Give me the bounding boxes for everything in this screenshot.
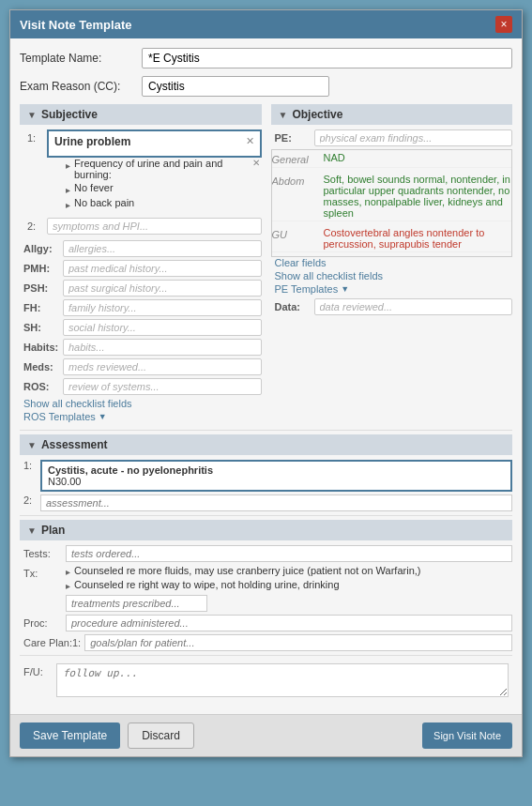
plan-proc-input[interactable]	[66, 615, 512, 631]
plan-proc-label: Proc:	[23, 615, 66, 629]
pe-row-abdom: Abdom Soft, bowel sounds normal, nontend…	[272, 172, 512, 221]
plan-bullet-1: ▸	[66, 565, 70, 577]
plan-section: ▼ Plan Tests: Tx: ▸ Counseled re more fl…	[20, 520, 512, 651]
assess-input-2[interactable]	[40, 494, 512, 511]
discard-button[interactable]: Discard	[128, 722, 194, 749]
close-button[interactable]: ×	[495, 16, 512, 33]
checklist-text-3: No back pain	[74, 197, 134, 208]
hpi-box-1[interactable]: Urine problem ✕	[47, 129, 262, 158]
field-input-pmh[interactable]	[63, 260, 262, 277]
field-input-sh[interactable]	[63, 319, 262, 336]
assessment-header[interactable]: ▼ Assessment	[20, 434, 512, 455]
plan-tests-row: Tests:	[20, 545, 512, 562]
pe-templates-label: PE Templates	[275, 283, 339, 295]
hpi-item-1: 1: Urine problem ✕ ▸ Frequency of urine …	[20, 129, 262, 212]
field-row-ros: ROS:	[20, 378, 262, 395]
ros-templates-chevron: ▼	[99, 412, 107, 421]
plan-tx-text-2: Counseled re right way to wipe, not hold…	[74, 579, 512, 590]
exam-reason-row: Exam Reason (CC):	[20, 76, 512, 97]
data-input[interactable]	[314, 298, 513, 315]
hpi-close-button[interactable]: ✕	[246, 135, 254, 147]
pe-input[interactable]	[314, 129, 513, 146]
pe-value-gu: Costovertebral angles nontender to percu…	[324, 227, 512, 250]
checklist-close-1[interactable]: ✕	[251, 158, 262, 168]
hpi-num-2: 2:	[27, 218, 42, 232]
template-name-input[interactable]	[142, 48, 512, 68]
field-input-fh[interactable]	[63, 299, 262, 316]
field-row-fh: FH:	[20, 299, 262, 316]
pe-scroll[interactable]: General NAD Abdom Soft, bowel sounds nor…	[271, 149, 513, 257]
bullet-icon-2: ▸	[66, 182, 70, 195]
plan-careplan-num: 1:	[72, 637, 81, 648]
plan-tx-label: Tx:	[23, 565, 66, 579]
assess-box-1[interactable]: Cystitis, acute - no pyelonephritis N30.…	[40, 460, 512, 492]
plan-arrow: ▼	[27, 525, 37, 536]
hpi-input-2[interactable]	[47, 218, 262, 235]
followup-row: F/U:	[20, 663, 512, 697]
pe-value-abdom: Soft, bowel sounds normal, nontender, in…	[324, 174, 512, 219]
plan-careplan-input[interactable]	[84, 634, 512, 651]
data-label: Data:	[275, 301, 314, 312]
pe-templates-dropdown[interactable]: PE Templates ▼	[271, 283, 513, 295]
modal-body: Template Name: Exam Reason (CC): ▼ Subje…	[10, 38, 522, 714]
pe-label-general: General	[272, 152, 324, 165]
followup-input[interactable]	[56, 663, 509, 697]
plan-careplan-num-row: 1:	[72, 634, 512, 651]
field-label-allgy: Allgy:	[23, 243, 63, 254]
visit-note-template-modal: Visit Note Template × Template Name: Exa…	[9, 9, 523, 757]
plan-tx-row: Tx: ▸ Counseled re more fluids, may use …	[20, 565, 512, 612]
pe-templates-chevron: ▼	[341, 284, 349, 294]
bullet-icon-3: ▸	[66, 197, 70, 210]
exam-reason-input[interactable]	[142, 76, 329, 97]
field-row-allgy: Allgy:	[20, 240, 262, 257]
template-name-row: Template Name:	[20, 48, 512, 68]
bullet-icon: ▸	[66, 158, 70, 171]
assessment-item-1: 1: Cystitis, acute - no pyelonephritis N…	[20, 460, 512, 492]
field-input-ros[interactable]	[63, 378, 262, 395]
checklist-text-2: No fever	[74, 182, 114, 193]
assessment-item-2: 2:	[20, 494, 512, 511]
plan-careplan-items: 1:	[72, 634, 512, 651]
field-label-ros: ROS:	[23, 381, 63, 392]
field-label-meds: Meds:	[23, 361, 63, 373]
assessment-section: ▼ Assessment 1: Cystitis, acute - no pye…	[20, 434, 512, 511]
plan-tx-input[interactable]	[66, 595, 207, 612]
field-row-habits: Habits:	[20, 339, 262, 356]
template-name-label: Template Name:	[20, 52, 142, 65]
field-input-psh[interactable]	[63, 280, 262, 297]
modal-footer: Save Template Discard Sign Visit Note	[10, 714, 522, 756]
plan-tests-input[interactable]	[66, 545, 512, 562]
subjective-title: Subjective	[41, 108, 98, 121]
field-input-allgy[interactable]	[63, 240, 262, 257]
plan-bullet-2: ▸	[66, 579, 70, 591]
save-template-button[interactable]: Save Template	[20, 722, 120, 749]
field-label-psh: PSH:	[23, 282, 63, 294]
subjective-header[interactable]: ▼ Subjective	[20, 104, 262, 125]
assess-code-1: N30.00	[48, 476, 505, 487]
field-label-fh: FH:	[23, 302, 63, 313]
field-row-psh: PSH:	[20, 280, 262, 297]
assess-diag-1: Cystitis, acute - no pyelonephritis	[48, 464, 505, 476]
objective-arrow: ▼	[279, 110, 288, 120]
pe-label: PE:	[275, 132, 314, 144]
plan-header[interactable]: ▼ Plan	[20, 520, 512, 540]
show-checklist-subj[interactable]: Show all checklist fields	[20, 398, 262, 409]
assessment-title: Assessment	[41, 438, 108, 451]
field-input-meds[interactable]	[63, 358, 262, 375]
ros-templates-dropdown[interactable]: ROS Templates ▼	[20, 411, 262, 422]
field-row-sh: SH:	[20, 319, 262, 336]
plan-proc-row: Proc:	[20, 615, 512, 631]
plan-careplan-label: Care Plan:	[23, 634, 72, 648]
followup-label: F/U:	[23, 663, 56, 677]
clear-fields-link[interactable]: Clear fields	[271, 257, 513, 268]
objective-header[interactable]: ▼ Objective	[271, 104, 513, 125]
field-label-sh: SH:	[23, 322, 63, 333]
show-checklist-obj[interactable]: Show all checklist fields	[271, 270, 513, 281]
pe-input-row: PE:	[271, 129, 513, 146]
objective-title: Objective	[292, 108, 342, 121]
assess-num-1: 1:	[23, 460, 40, 471]
sign-visit-button[interactable]: Sign Visit Note	[422, 722, 512, 749]
assess-num-2: 2:	[23, 494, 40, 506]
field-row-pmh: PMH:	[20, 260, 262, 277]
field-input-habits[interactable]	[63, 339, 262, 356]
